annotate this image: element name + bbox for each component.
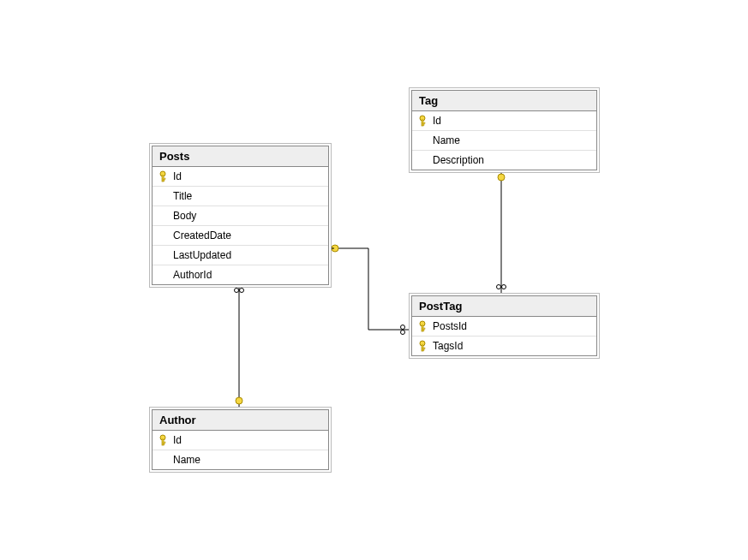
column-name: AuthorId [173,269,328,281]
svg-rect-29 [163,444,165,445]
rel-posts-to-author [235,284,244,407]
entity-columns: Id Title Body CreatedDate LastUpdated Au… [153,167,328,284]
entity-header: Author [153,410,328,431]
svg-point-0 [332,245,338,252]
column-row[interactable]: Name [412,131,596,151]
svg-rect-13 [163,180,165,182]
column-row[interactable]: CreatedDate [153,226,328,246]
column-name: Description [433,154,596,166]
svg-rect-12 [163,178,165,180]
column-row[interactable]: Name [153,450,328,469]
column-row[interactable]: Body [153,206,328,226]
column-name: Id [433,115,596,127]
column-name: Name [433,134,596,146]
svg-point-2 [401,325,405,330]
column-name: Title [173,190,328,202]
entity-columns: Id Name Description [412,111,596,170]
pk-icon [412,340,433,352]
column-row[interactable]: LastUpdated [153,246,328,265]
entity-header: PostTag [412,296,596,317]
column-name: CreatedDate [173,229,328,241]
svg-point-7 [236,397,242,404]
svg-rect-28 [163,442,165,444]
column-row[interactable]: Title [153,187,328,206]
column-name: Id [173,434,328,446]
rel-posts-to-posttag [329,245,409,335]
er-diagram-canvas: { "entities": { "posts": { "title": "Pos… [0,0,748,560]
pk-icon [412,320,433,332]
svg-rect-24 [422,348,425,349]
entity-posts[interactable]: Posts Id Title Body CreatedDate LastUpda… [152,146,329,285]
svg-rect-20 [422,328,425,330]
svg-rect-17 [422,124,424,126]
column-row[interactable]: Id [153,167,328,187]
column-name: Body [173,210,328,222]
rel-tag-to-posttag [497,171,506,293]
svg-rect-21 [422,330,424,331]
svg-rect-25 [422,349,424,351]
column-row[interactable]: TagsId [412,337,596,355]
column-row[interactable]: Id [412,111,596,131]
svg-point-9 [240,289,244,293]
entity-author[interactable]: Author Id Name [152,409,329,470]
relationship-lines [0,0,748,560]
pk-icon [412,154,433,166]
pk-icon [153,249,173,261]
column-name: Name [173,454,328,466]
entity-tag[interactable]: Tag Id Name Description [411,90,597,170]
pk-icon [153,269,173,281]
svg-point-5 [497,285,501,289]
svg-point-3 [401,331,405,335]
column-name: Id [173,170,328,182]
entity-columns: PostsId TagsId [412,317,596,355]
pk-icon [412,115,433,127]
column-row[interactable]: PostsId [412,317,596,337]
column-name: LastUpdated [173,249,328,261]
pk-icon [153,210,173,222]
column-name: PostsId [433,320,596,332]
pk-icon [153,434,173,446]
pk-icon [153,170,173,182]
svg-point-6 [502,285,506,289]
svg-point-4 [498,174,505,181]
pk-icon [153,229,173,241]
entity-columns: Id Name [153,431,328,469]
column-row[interactable]: Id [153,431,328,450]
svg-rect-16 [422,122,425,124]
column-row[interactable]: Description [412,151,596,170]
pk-icon [412,134,433,146]
svg-point-8 [235,289,239,293]
entity-header: Posts [153,146,328,167]
pk-icon [153,190,173,202]
column-name: TagsId [433,340,596,352]
pk-icon [153,454,173,466]
entity-posttag[interactable]: PostTag PostsId TagsId [411,295,597,356]
entity-header: Tag [412,91,596,111]
column-row[interactable]: AuthorId [153,265,328,284]
